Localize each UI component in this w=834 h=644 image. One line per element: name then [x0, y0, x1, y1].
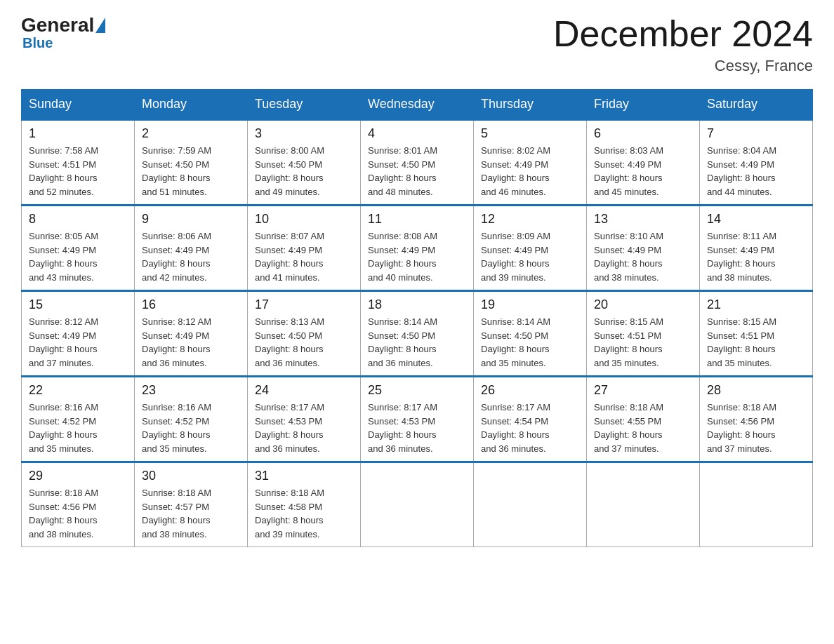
day-info: Sunrise: 8:11 AMSunset: 4:49 PMDaylight:…: [707, 229, 805, 284]
day-header-saturday: Saturday: [700, 90, 813, 120]
day-number: 15: [29, 297, 127, 312]
day-number: 6: [594, 126, 692, 141]
day-number: 21: [707, 297, 805, 312]
day-number: 11: [368, 212, 466, 227]
calendar-cell: [587, 462, 700, 547]
calendar-cell: 25Sunrise: 8:17 AMSunset: 4:53 PMDayligh…: [361, 377, 474, 462]
calendar-cell: 26Sunrise: 8:17 AMSunset: 4:54 PMDayligh…: [474, 377, 587, 462]
location: Cessy, France: [553, 57, 813, 75]
day-number: 28: [707, 383, 805, 398]
calendar-cell: 30Sunrise: 8:18 AMSunset: 4:57 PMDayligh…: [135, 462, 248, 547]
day-info: Sunrise: 8:14 AMSunset: 4:50 PMDaylight:…: [481, 315, 579, 370]
day-header-tuesday: Tuesday: [248, 90, 361, 120]
calendar-week-2: 8Sunrise: 8:05 AMSunset: 4:49 PMDaylight…: [22, 206, 813, 291]
calendar-cell: 3Sunrise: 8:00 AMSunset: 4:50 PMDaylight…: [248, 120, 361, 206]
day-number: 10: [255, 212, 353, 227]
day-info: Sunrise: 8:02 AMSunset: 4:49 PMDaylight:…: [481, 144, 579, 199]
calendar-cell: 22Sunrise: 8:16 AMSunset: 4:52 PMDayligh…: [22, 377, 135, 462]
calendar-cell: 8Sunrise: 8:05 AMSunset: 4:49 PMDaylight…: [22, 206, 135, 291]
day-info: Sunrise: 8:10 AMSunset: 4:49 PMDaylight:…: [594, 229, 692, 284]
day-info: Sunrise: 7:59 AMSunset: 4:50 PMDaylight:…: [142, 144, 240, 199]
day-info: Sunrise: 8:17 AMSunset: 4:54 PMDaylight:…: [481, 401, 579, 455]
day-info: Sunrise: 8:03 AMSunset: 4:49 PMDaylight:…: [594, 144, 692, 199]
day-number: 27: [594, 383, 692, 398]
title-block: December 2024 Cessy, France: [553, 14, 813, 75]
calendar-cell: 5Sunrise: 8:02 AMSunset: 4:49 PMDaylight…: [474, 120, 587, 206]
day-info: Sunrise: 8:06 AMSunset: 4:49 PMDaylight:…: [142, 229, 240, 284]
day-info: Sunrise: 8:09 AMSunset: 4:49 PMDaylight:…: [481, 229, 579, 284]
day-info: Sunrise: 8:14 AMSunset: 4:50 PMDaylight:…: [368, 315, 466, 370]
month-title: December 2024: [553, 14, 813, 54]
calendar-cell: [700, 462, 813, 547]
day-info: Sunrise: 8:05 AMSunset: 4:49 PMDaylight:…: [29, 229, 127, 284]
day-number: 3: [255, 126, 353, 141]
day-number: 29: [29, 469, 127, 483]
day-info: Sunrise: 8:18 AMSunset: 4:55 PMDaylight:…: [594, 401, 692, 455]
day-info: Sunrise: 7:58 AMSunset: 4:51 PMDaylight:…: [29, 144, 127, 199]
day-info: Sunrise: 8:18 AMSunset: 4:57 PMDaylight:…: [142, 486, 240, 541]
calendar-cell: 4Sunrise: 8:01 AMSunset: 4:50 PMDaylight…: [361, 120, 474, 206]
day-header-sunday: Sunday: [22, 90, 135, 120]
calendar-cell: 28Sunrise: 8:18 AMSunset: 4:56 PMDayligh…: [700, 377, 813, 462]
day-number: 17: [255, 297, 353, 312]
day-number: 1: [29, 126, 127, 141]
page-header: General Blue December 2024 Cessy, France: [21, 14, 813, 75]
day-number: 16: [142, 297, 240, 312]
logo-triangle-icon: [95, 18, 105, 33]
logo: General Blue: [21, 14, 106, 51]
calendar-cell: 23Sunrise: 8:16 AMSunset: 4:52 PMDayligh…: [135, 377, 248, 462]
day-info: Sunrise: 8:18 AMSunset: 4:56 PMDaylight:…: [707, 401, 805, 455]
day-number: 18: [368, 297, 466, 312]
calendar-table: SundayMondayTuesdayWednesdayThursdayFrid…: [21, 89, 813, 547]
day-header-friday: Friday: [587, 90, 700, 120]
day-number: 14: [707, 212, 805, 227]
calendar-cell: 14Sunrise: 8:11 AMSunset: 4:49 PMDayligh…: [700, 206, 813, 291]
calendar-cell: 13Sunrise: 8:10 AMSunset: 4:49 PMDayligh…: [587, 206, 700, 291]
calendar-cell: 7Sunrise: 8:04 AMSunset: 4:49 PMDaylight…: [700, 120, 813, 206]
day-info: Sunrise: 8:04 AMSunset: 4:49 PMDaylight:…: [707, 144, 805, 199]
day-number: 7: [707, 126, 805, 141]
day-number: 25: [368, 383, 466, 398]
day-number: 22: [29, 383, 127, 398]
day-number: 26: [481, 383, 579, 398]
calendar-week-1: 1Sunrise: 7:58 AMSunset: 4:51 PMDaylight…: [22, 120, 813, 206]
day-info: Sunrise: 8:00 AMSunset: 4:50 PMDaylight:…: [255, 144, 353, 199]
calendar-cell: 9Sunrise: 8:06 AMSunset: 4:49 PMDaylight…: [135, 206, 248, 291]
day-number: 20: [594, 297, 692, 312]
day-number: 12: [481, 212, 579, 227]
day-info: Sunrise: 8:07 AMSunset: 4:49 PMDaylight:…: [255, 229, 353, 284]
calendar-cell: 24Sunrise: 8:17 AMSunset: 4:53 PMDayligh…: [248, 377, 361, 462]
calendar-cell: 2Sunrise: 7:59 AMSunset: 4:50 PMDaylight…: [135, 120, 248, 206]
day-number: 31: [255, 469, 353, 483]
day-info: Sunrise: 8:12 AMSunset: 4:49 PMDaylight:…: [142, 315, 240, 370]
day-number: 5: [481, 126, 579, 141]
calendar-cell: 21Sunrise: 8:15 AMSunset: 4:51 PMDayligh…: [700, 291, 813, 377]
day-number: 19: [481, 297, 579, 312]
day-info: Sunrise: 8:16 AMSunset: 4:52 PMDaylight:…: [29, 401, 127, 455]
day-info: Sunrise: 8:17 AMSunset: 4:53 PMDaylight:…: [255, 401, 353, 455]
day-header-thursday: Thursday: [474, 90, 587, 120]
calendar-cell: 27Sunrise: 8:18 AMSunset: 4:55 PMDayligh…: [587, 377, 700, 462]
calendar-cell: 16Sunrise: 8:12 AMSunset: 4:49 PMDayligh…: [135, 291, 248, 377]
calendar-cell: 17Sunrise: 8:13 AMSunset: 4:50 PMDayligh…: [248, 291, 361, 377]
calendar-cell: 6Sunrise: 8:03 AMSunset: 4:49 PMDaylight…: [587, 120, 700, 206]
calendar-cell: 15Sunrise: 8:12 AMSunset: 4:49 PMDayligh…: [22, 291, 135, 377]
day-info: Sunrise: 8:13 AMSunset: 4:50 PMDaylight:…: [255, 315, 353, 370]
day-number: 9: [142, 212, 240, 227]
calendar-week-5: 29Sunrise: 8:18 AMSunset: 4:56 PMDayligh…: [22, 462, 813, 547]
day-info: Sunrise: 8:01 AMSunset: 4:50 PMDaylight:…: [368, 144, 466, 199]
calendar-cell: 18Sunrise: 8:14 AMSunset: 4:50 PMDayligh…: [361, 291, 474, 377]
day-number: 4: [368, 126, 466, 141]
day-info: Sunrise: 8:15 AMSunset: 4:51 PMDaylight:…: [707, 315, 805, 370]
calendar-cell: 10Sunrise: 8:07 AMSunset: 4:49 PMDayligh…: [248, 206, 361, 291]
calendar-cell: 1Sunrise: 7:58 AMSunset: 4:51 PMDaylight…: [22, 120, 135, 206]
calendar-cell: [474, 462, 587, 547]
logo-general: General: [21, 14, 94, 36]
day-header-monday: Monday: [135, 90, 248, 120]
day-info: Sunrise: 8:12 AMSunset: 4:49 PMDaylight:…: [29, 315, 127, 370]
day-info: Sunrise: 8:16 AMSunset: 4:52 PMDaylight:…: [142, 401, 240, 455]
logo-text: General: [21, 14, 106, 36]
day-header-wednesday: Wednesday: [361, 90, 474, 120]
calendar-cell: 29Sunrise: 8:18 AMSunset: 4:56 PMDayligh…: [22, 462, 135, 547]
day-info: Sunrise: 8:18 AMSunset: 4:58 PMDaylight:…: [255, 486, 353, 541]
